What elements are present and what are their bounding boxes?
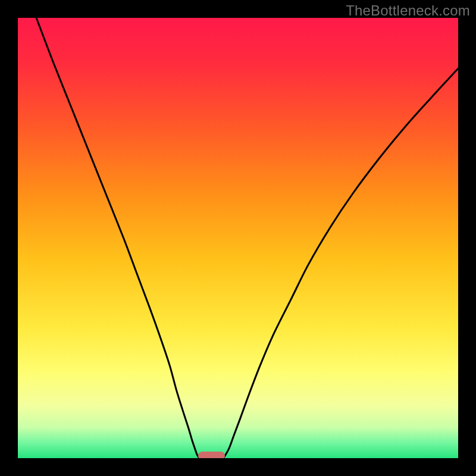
chart-curves — [18, 18, 458, 458]
watermark-text: TheBottleneck.com — [346, 2, 470, 19]
curve-left — [36, 18, 199, 458]
bottleneck-marker — [198, 452, 225, 458]
curve-right — [224, 68, 458, 458]
chart-plot-area — [18, 18, 458, 458]
chart-frame: TheBottleneck.com — [0, 0, 476, 476]
